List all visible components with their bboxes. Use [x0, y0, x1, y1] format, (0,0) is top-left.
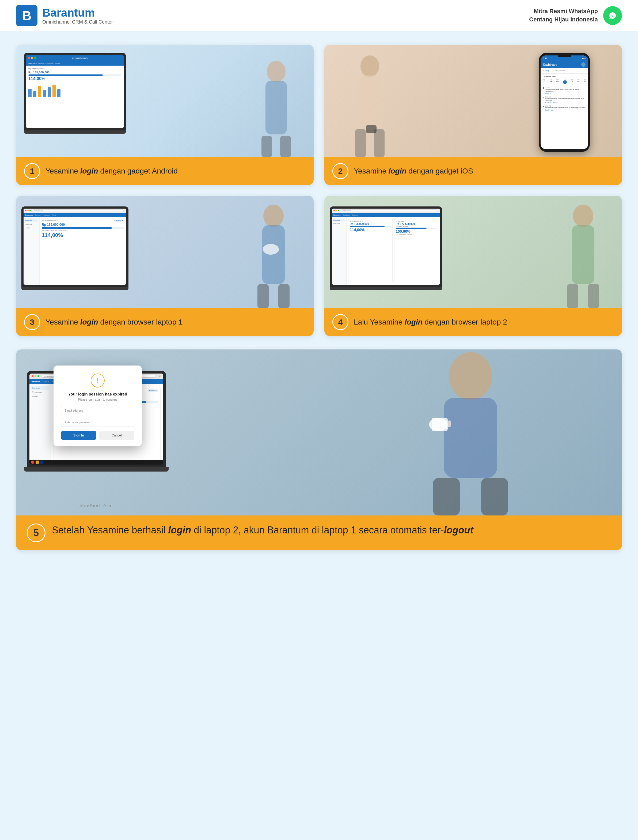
card-5-text: Setelah Yesamine berhasil login di lapto…	[52, 524, 474, 537]
logo-text: Barantum Omnichannel CRM & Call Center	[42, 6, 113, 25]
card-3-text: Yesamine login dengan browser laptop 1	[46, 318, 183, 326]
browser-actions-5: ↺	[158, 375, 161, 378]
calendar-month-2: October 2022	[543, 75, 586, 78]
taskbar-5	[30, 460, 163, 465]
widget-2-4: My New Deals ⓘ Rp 172.500.000 This Month…	[394, 219, 439, 283]
cal-day-tue: Tue 04	[550, 79, 552, 84]
crm-header-1: crm.barantum.com	[26, 55, 124, 61]
event-2: 11:00 AM Kunjungan demo sample bahan ser…	[543, 96, 586, 104]
phone-avatar-2	[581, 62, 586, 66]
svg-rect-18	[588, 284, 599, 308]
brand-tagline: Omnichannel CRM & Call Center	[42, 19, 113, 25]
cards-grid: crm.barantum.com Barantum Dashboard Cust…	[16, 45, 622, 336]
card-1: crm.barantum.com Barantum Dashboard Cust…	[16, 45, 314, 185]
password-input-5[interactable]	[61, 418, 134, 427]
phone-mock-2: 9:41 ●●● Dashboard	[539, 53, 590, 152]
phone-app-header-2: Dashboard	[540, 61, 588, 68]
main-content: crm.barantum.com Barantum Dashboard Cust…	[0, 31, 638, 564]
card-2-num: 2	[332, 163, 349, 179]
card-5: crm.barantum.com/dashboard#/4893-4482-49…	[16, 350, 622, 550]
svg-point-1	[267, 61, 286, 82]
crm-nav-1: Barantum Dashboard Customers Activity	[26, 61, 124, 66]
person-silhouette-3	[242, 201, 306, 308]
cal-day-wed: Wed 05	[556, 79, 559, 84]
signin-button-5[interactable]: Sign In	[61, 431, 96, 440]
card-2-italic: login	[388, 167, 406, 175]
card-3-italic: login	[80, 318, 98, 326]
card-5-num: 5	[27, 524, 46, 542]
laptop-mock-4: crm.barantum.com Barantum Dashboard Cust…	[330, 206, 442, 287]
crm-nav-4: Barantum Dashboard Customers	[332, 213, 440, 217]
svg-point-10	[263, 204, 284, 227]
widget-1-4: My Target Revenue ⓘ Rp 165.000.000 114,0…	[348, 219, 393, 283]
widget-header-3: My Target Revenue ⓘ Monthly ▼	[42, 219, 124, 222]
crm-sidebar-4: Dashboard Customers	[332, 217, 347, 285]
svg-rect-13	[278, 284, 289, 308]
pct-3: 114,00%	[42, 232, 124, 238]
crm-main-4: My Target Revenue ⓘ Rp 165.000.000 114,0…	[347, 217, 440, 285]
card-4-image: crm.barantum.com Barantum Dashboard Cust…	[324, 196, 622, 308]
person-silhouette-4	[550, 201, 617, 308]
cancel-button-5[interactable]: Cancel	[99, 431, 134, 440]
svg-rect-6	[359, 76, 381, 129]
calendar-days-2: Mon 03 Tue 04 Wed 05	[543, 79, 586, 84]
svg-rect-22	[481, 478, 508, 516]
header-right: Mitra Resmi WhatsAppCentang Hijau Indone…	[529, 6, 622, 25]
browser-bar-4: crm.barantum.com	[332, 209, 440, 213]
svg-rect-7	[355, 129, 366, 157]
phone-tabs-2: Activity Performance	[540, 68, 588, 74]
svg-rect-24	[432, 418, 448, 431]
card-5-label: 5 Setelah Yesamine berhasil login di lap…	[16, 516, 622, 550]
card-4-italic: login	[405, 318, 423, 326]
svg-rect-3	[261, 136, 272, 157]
card-1-image: crm.barantum.com Barantum Dashboard Cust…	[16, 45, 314, 157]
card-5-italic2: logout	[444, 525, 474, 536]
crm-content-1: My Target Revenue Rp 165,000,000 114,00%	[26, 66, 124, 99]
svg-rect-25	[448, 421, 451, 427]
card-3-image: crm.barantum.com Barantum Dashboard Cust…	[16, 196, 314, 308]
phone-screen-2: 9:41 ●●● Dashboard	[540, 55, 588, 149]
email-input-5[interactable]	[61, 406, 134, 415]
svg-rect-9	[366, 125, 377, 133]
logo-icon: B	[16, 5, 38, 26]
modal-subtitle-5: Please login again to continue	[61, 398, 134, 401]
revenue-3: Rp 165.000.000	[42, 223, 124, 226]
event-3: 10:00 PM Kirim email proposal penawaran …	[543, 105, 586, 111]
person-silhouette-5	[319, 350, 622, 516]
tab-activity-2[interactable]: Activity	[540, 68, 552, 73]
cal-day-sun: Sun 09	[584, 79, 586, 84]
svg-rect-8	[374, 129, 385, 157]
whatsapp-icon	[603, 6, 622, 25]
laptop-screen-3: crm.barantum.com Barantum Dashboard Cust…	[24, 209, 126, 285]
cal-day-mon: Mon 03	[543, 79, 545, 84]
card-4-label: 4 Lalu Yesamine login dengan browser lap…	[324, 308, 622, 336]
svg-point-14	[263, 244, 279, 255]
modal-title-5: Your login session has expired	[61, 392, 134, 396]
target-from-3: from target deals: Rp 150.000.000	[42, 229, 124, 231]
svg-point-5	[360, 55, 379, 77]
card-1-num: 1	[24, 163, 40, 179]
logo-area: B Barantum Omnichannel CRM & Call Center	[16, 5, 113, 26]
svg-rect-16	[572, 225, 594, 284]
modal-warning-icon-5: !	[91, 373, 105, 388]
cal-day-thu[interactable]: Thu 06	[563, 79, 567, 84]
person-area-5	[319, 350, 622, 516]
browser-bar-3: crm.barantum.com	[24, 209, 126, 213]
card-3-label: 3 Yesamine login dengan browser laptop 1	[16, 308, 314, 336]
event-1: 9:30 AM Followup keputusan hasil diskusi…	[543, 87, 586, 95]
svg-rect-4	[280, 136, 291, 157]
person-silhouette-1	[250, 55, 303, 157]
cal-day-sat: Sat 08	[577, 79, 580, 84]
card-3-num: 3	[24, 314, 40, 330]
crm-body-4: Dashboard Customers My Target Revenue ⓘ …	[332, 217, 440, 285]
svg-point-19	[449, 352, 492, 400]
svg-rect-2	[265, 81, 287, 134]
phone-indicators-2: ●●●	[582, 57, 586, 59]
card-2-text: Yesamine login dengan gadget iOS	[354, 167, 473, 176]
card-4-num: 4	[332, 314, 349, 330]
phone-time-2: 9:41	[543, 57, 547, 59]
tab-performance-2[interactable]: Performance	[552, 68, 568, 73]
svg-rect-20	[444, 398, 497, 478]
card-1-text: Yesamine login dengan gadget Android	[46, 167, 178, 176]
crm-nav-3: Barantum Dashboard Customers Activity	[24, 213, 126, 217]
